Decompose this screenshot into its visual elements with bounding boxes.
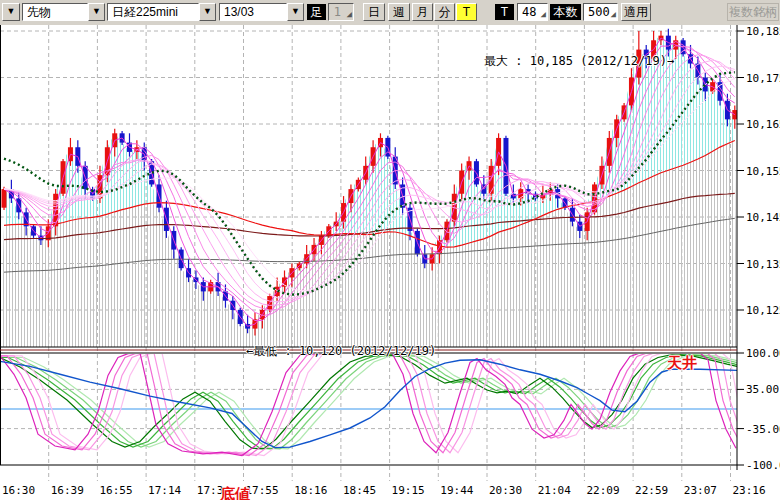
oscillator-lines [0,353,760,456]
tick-chart-toggle-button[interactable]: T [456,3,477,21]
svg-text:23:07: 23:07 [684,484,717,497]
max-price-annotation: 最大 : 10,185 (2012/12/19)→ [484,53,674,70]
tick-label: T [495,4,514,20]
period-month-button[interactable]: 月 [412,3,433,21]
svg-text:23:16: 23:16 [733,484,766,497]
bottom-annotation: 底値 [220,485,250,500]
spin-icon[interactable]: ◢ [347,10,352,19]
tick-count-spinner[interactable]: 48 ◢ [517,3,548,21]
toolbar: ▼ 先物 ▼ 日経225mini ▼ 13/03 ▼ 足 1 ◢ 日 週 月 分… [0,0,780,25]
period-week-button[interactable]: 週 [388,3,410,21]
bar-count-label: 本数 [550,4,581,20]
svg-text:17:55: 17:55 [246,484,279,497]
svg-text:10,165: 10,165 [746,118,780,131]
category-dropdown-icon[interactable]: ▼ [88,3,105,21]
svg-text:18:45: 18:45 [343,484,376,497]
symbol-dropdown-icon[interactable]: ▼ [199,3,216,21]
svg-text:35.00: 35.00 [746,383,779,396]
svg-text:19:15: 19:15 [392,484,425,497]
svg-text:21:04: 21:04 [538,484,571,497]
apply-button[interactable]: 適用 [621,3,651,21]
price-oscillator-chart[interactable]: 10,18510,17510,16510,15510,14510,13510,1… [0,25,780,500]
ceiling-annotation: 天井 [667,354,697,373]
svg-text:22:09: 22:09 [586,484,619,497]
svg-text:16:55: 16:55 [99,484,132,497]
svg-text:22:59: 22:59 [635,484,668,497]
svg-text:10,145: 10,145 [746,211,780,224]
interval-spinner[interactable]: 1 ◢ [328,3,354,21]
multi-symbol-button: 複数銘柄 [727,3,779,21]
svg-text:16:39: 16:39 [51,484,84,497]
min-price-annotation: ←最低 : 10,120 (2012/12/19) [246,343,436,360]
svg-text:10,155: 10,155 [746,165,780,178]
svg-text:-35.00: -35.00 [746,423,780,436]
ashi-label: 足 [307,4,326,20]
svg-text:10,125: 10,125 [746,304,780,317]
chart-area[interactable]: 10,18510,17510,16510,15510,14510,13510,1… [0,25,780,500]
contract-dropdown-icon[interactable]: ▼ [287,3,304,21]
contract-month-select[interactable]: 13/03 [219,3,287,21]
svg-text:10,175: 10,175 [746,72,780,85]
svg-text:17:14: 17:14 [148,484,181,497]
period-day-button[interactable]: 日 [363,3,385,21]
svg-text:-100.00: -100.00 [746,459,780,472]
svg-text:10,135: 10,135 [746,258,780,271]
svg-text:19:44: 19:44 [440,484,473,497]
svg-text:16:30: 16:30 [2,484,35,497]
svg-text:100.00: 100.00 [746,347,780,360]
menu-dropdown-button[interactable]: ▼ [2,3,20,21]
spin-icon[interactable]: ◢ [541,10,546,19]
svg-text:20:30: 20:30 [489,484,522,497]
svg-text:10,185: 10,185 [746,25,780,38]
category-select[interactable]: 先物 [22,3,88,21]
svg-text:18:16: 18:16 [294,484,327,497]
bar-count-spinner[interactable]: 500 ◢ [583,3,618,21]
spin-icon[interactable]: ◢ [611,10,616,19]
period-minute-button[interactable]: 分 [434,3,455,21]
chart-application-window: ▼ 先物 ▼ 日経225mini ▼ 13/03 ▼ 足 1 ◢ 日 週 月 分… [0,0,780,500]
symbol-select[interactable]: 日経225mini [107,3,199,21]
